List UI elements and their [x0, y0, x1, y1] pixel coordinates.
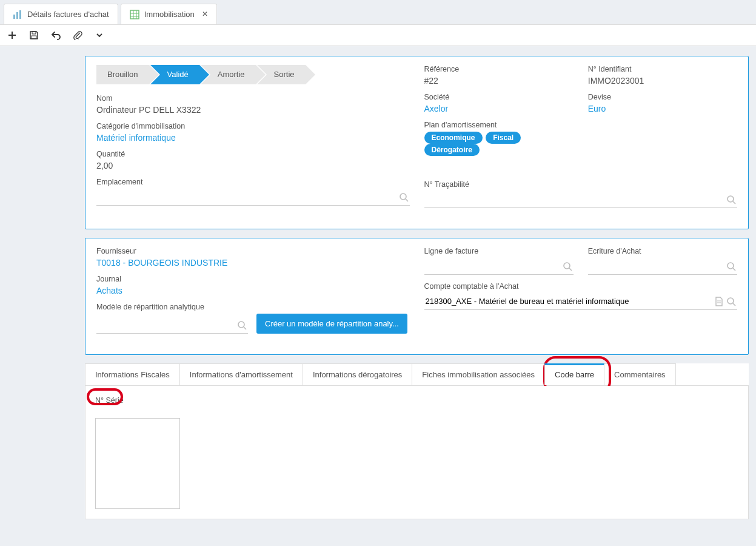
create-model-button[interactable]: Créer un modèle de répartition analy...: [256, 314, 407, 334]
status-steps: Brouillon Validé Amortie Sortie: [96, 65, 410, 84]
svg-rect-2: [19, 10, 21, 19]
subtab-amortissement[interactable]: Informations d'amortissement: [179, 363, 303, 385]
tab-content-code-barre: N° Série: [85, 386, 749, 519]
plan-pills: Economique Fiscal Dérogatoire: [424, 132, 574, 156]
compte-label: Compte comptable à l'Achat: [424, 282, 738, 291]
journal-label: Journal: [96, 275, 410, 283]
ref-label: Référence: [424, 65, 574, 73]
journal-value[interactable]: Achats: [96, 286, 410, 295]
ecriture-label: Ecriture d'Achat: [588, 247, 737, 255]
supplier-label: Fournisseur: [96, 247, 410, 255]
subtab-commentaires[interactable]: Commentaires: [604, 363, 676, 385]
grid-icon: [130, 9, 139, 19]
ident-value: IMMO2023001: [588, 76, 737, 86]
tab-immobilisation[interactable]: Immobilisation ✕: [121, 4, 217, 24]
tab-label: Immobilisation: [144, 10, 195, 19]
subtab-derogatoires[interactable]: Informations dérogatoires: [303, 363, 412, 385]
tab-label: Détails factures d'achat: [27, 10, 109, 19]
plan-pill: Dérogatoire: [424, 144, 480, 156]
qty-label: Quantité: [96, 150, 410, 158]
close-icon[interactable]: ✕: [202, 10, 208, 18]
svg-rect-3: [130, 10, 139, 19]
trace-input[interactable]: [424, 191, 738, 208]
serie-label: N° Série: [95, 396, 124, 405]
qty-value: 2,00: [96, 161, 410, 170]
status-step[interactable]: Brouillon: [96, 65, 149, 84]
ecriture-input[interactable]: [588, 258, 737, 275]
barcode-placeholder: [95, 418, 180, 509]
supplier-value[interactable]: T0018 - BOURGEOIS INDUSTRIE: [96, 258, 410, 268]
plan-pill: Economique: [424, 132, 483, 144]
panel-main: Brouillon Validé Amortie Sortie Nom Ordi…: [85, 56, 749, 229]
attach-icon[interactable]: [73, 30, 82, 41]
trace-label: N° Traçabilité: [424, 180, 738, 189]
add-icon[interactable]: [7, 30, 17, 41]
category-value[interactable]: Matériel informatique: [96, 133, 410, 143]
currency-label: Devise: [588, 93, 737, 101]
chart-icon: [13, 9, 22, 19]
page-content: Brouillon Validé Amortie Sortie Nom Ordi…: [0, 46, 756, 534]
undo-icon[interactable]: [51, 30, 61, 41]
subtab-code-barre[interactable]: Code barre: [544, 363, 604, 385]
model-input[interactable]: [96, 317, 248, 334]
tab-details-factures[interactable]: Détails factures d'achat: [4, 4, 118, 24]
category-label: Catégorie d'immobilisation: [96, 122, 410, 130]
more-icon[interactable]: [95, 30, 104, 41]
company-label: Société: [424, 93, 574, 101]
subtab-fiscales[interactable]: Informations Fiscales: [85, 363, 180, 385]
ref-value: #22: [424, 76, 574, 86]
svg-rect-1: [16, 12, 18, 19]
line-label: Ligne de facture: [424, 247, 574, 255]
panel-supplier: Fournisseur T0018 - BOURGEOIS INDUSTRIE …: [85, 238, 749, 355]
name-value: Ordinateur PC DELL X3322: [96, 105, 410, 115]
plan-pill: Fiscal: [486, 132, 521, 144]
save-icon[interactable]: [29, 30, 39, 41]
line-input[interactable]: [424, 258, 574, 275]
plan-label: Plan d'amortissement: [424, 121, 574, 129]
view-tabs: Détails factures d'achat Immobilisation …: [0, 0, 756, 24]
emplacement-label: Emplacement: [96, 178, 410, 186]
compte-input[interactable]: [424, 293, 738, 310]
ident-label: N° Identifiant: [588, 65, 737, 73]
subtab-fiches[interactable]: Fiches immobilisation associées: [412, 363, 545, 385]
emplacement-input[interactable]: [96, 189, 410, 206]
subtabs-bar: Informations Fiscales Informations d'amo…: [85, 363, 749, 386]
model-label: Modèle de répartition analytique: [96, 303, 410, 311]
svg-rect-0: [13, 15, 15, 19]
company-value[interactable]: Axelor: [424, 104, 574, 113]
toolbar: [0, 24, 756, 46]
currency-value[interactable]: Euro: [588, 104, 737, 113]
name-label: Nom: [96, 94, 410, 103]
